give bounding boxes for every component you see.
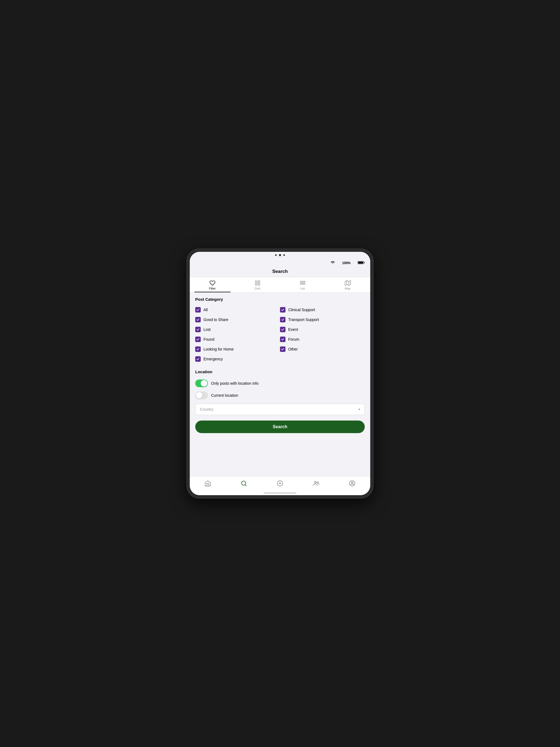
camera-center — [279, 254, 281, 256]
tab-list[interactable]: List — [280, 277, 325, 292]
post-category-title: Post Category — [195, 297, 365, 302]
checkbox-goodtoshare-box — [195, 317, 201, 323]
toggle-only-location-thumb — [201, 380, 207, 387]
svg-marker-6 — [345, 281, 350, 285]
checkbox-lookingforhome[interactable]: Looking for Home — [195, 344, 280, 354]
checkbox-all-box — [195, 307, 201, 312]
checkbox-other-box — [280, 346, 285, 352]
checkbox-other-label: Other — [288, 347, 298, 351]
svg-rect-3 — [258, 284, 259, 285]
nav-home[interactable] — [190, 479, 226, 488]
battery-percent: 100% — [337, 259, 356, 266]
toggle-current-location: Current location — [195, 389, 365, 402]
category-right-col: Clinical Support Transport Support Event — [280, 305, 365, 364]
toggle-only-with-location: Only posts with location info — [195, 377, 365, 389]
checkbox-transportsupport[interactable]: Transport Support — [280, 315, 365, 325]
tab-map[interactable]: Map — [325, 277, 370, 292]
status-bar: 100% — [190, 257, 370, 267]
nav-profile[interactable] — [334, 479, 370, 488]
tab-filter-label: Filter — [209, 287, 215, 290]
search-nav-icon — [240, 480, 248, 487]
tab-grid-label: Grid — [255, 287, 260, 290]
camera-dot-right — [283, 254, 285, 256]
checkbox-forum-label: Forum — [288, 337, 299, 341]
tab-filter[interactable]: Filter — [190, 277, 235, 292]
checkbox-emergency[interactable]: Emergency — [195, 354, 280, 364]
location-section: Location Only posts with location info C… — [195, 369, 365, 415]
checkbox-found-label: Found — [203, 337, 214, 341]
battery-icon — [358, 261, 365, 264]
checkbox-found[interactable]: Found — [195, 334, 280, 344]
toggle-current-location-switch[interactable] — [195, 391, 208, 399]
svg-point-15 — [317, 482, 318, 483]
checkbox-other[interactable]: Other — [280, 344, 365, 354]
camera-dot-left — [275, 254, 277, 256]
checkbox-goodtoshare-label: Good to Share — [203, 317, 228, 322]
checkbox-goodtoshare[interactable]: Good to Share — [195, 315, 280, 325]
device-screen: 100% Search Filter — [190, 252, 370, 495]
device-frame: 100% Search Filter — [187, 249, 373, 498]
checkbox-transportsupport-label: Transport Support — [288, 317, 319, 322]
checkbox-forum[interactable]: Forum — [280, 334, 365, 344]
wifi-icon — [331, 261, 335, 264]
toggle-only-location-label: Only posts with location info — [211, 381, 259, 386]
svg-point-17 — [351, 482, 353, 484]
svg-rect-4 — [300, 281, 305, 282]
tab-bar: Filter Grid List — [190, 277, 370, 292]
svg-rect-2 — [255, 284, 257, 285]
add-icon — [276, 480, 284, 487]
toggle-current-location-thumb — [196, 392, 202, 398]
main-content: Post Category All Good to Share — [190, 292, 370, 476]
nav-community[interactable] — [298, 479, 334, 488]
filter-icon — [209, 280, 215, 286]
checkbox-event[interactable]: Event — [280, 325, 365, 334]
checkbox-lost-box — [195, 327, 201, 332]
home-bar — [263, 492, 297, 493]
svg-rect-0 — [255, 281, 257, 282]
checkbox-clinicalsupport-label: Clinical Support — [288, 308, 315, 312]
bottom-nav — [190, 476, 370, 492]
checkbox-transportsupport-box — [280, 317, 285, 323]
country-dropdown[interactable]: Country ▾ — [195, 404, 365, 415]
home-icon — [204, 480, 211, 487]
country-dropdown-placeholder: Country — [200, 407, 213, 412]
map-icon — [345, 280, 351, 286]
search-button[interactable]: Search — [195, 420, 365, 433]
tab-list-label: List — [300, 287, 305, 290]
tab-grid[interactable]: Grid — [235, 277, 280, 292]
svg-point-14 — [314, 481, 316, 483]
checkbox-clinicalsupport-box — [280, 307, 285, 312]
nav-add[interactable] — [262, 479, 298, 488]
checkbox-all[interactable]: All — [195, 305, 280, 315]
checkbox-found-box — [195, 337, 201, 342]
page-header: Search — [190, 267, 370, 277]
checkbox-clinicalsupport[interactable]: Clinical Support — [280, 305, 365, 315]
toggle-only-location-switch[interactable] — [195, 380, 208, 387]
toggle-current-location-label: Current location — [211, 393, 238, 397]
checkbox-event-label: Event — [288, 327, 298, 332]
svg-rect-1 — [258, 281, 259, 282]
camera-bar — [190, 252, 370, 257]
chevron-down-icon: ▾ — [358, 407, 360, 411]
community-icon — [312, 480, 320, 487]
location-title: Location — [195, 369, 365, 374]
svg-line-10 — [245, 485, 247, 486]
checkbox-event-box — [280, 327, 285, 332]
nav-search[interactable] — [226, 479, 262, 488]
checkbox-lost[interactable]: Lost — [195, 325, 280, 334]
page-title: Search — [272, 269, 288, 274]
checkbox-lookingforhome-box — [195, 346, 201, 352]
checkbox-forum-box — [280, 337, 285, 342]
checkbox-emergency-label: Emergency — [203, 357, 223, 361]
profile-icon — [349, 480, 356, 487]
grid-icon — [255, 280, 261, 286]
category-left-col: All Good to Share Lost — [195, 305, 280, 364]
svg-rect-5 — [300, 283, 305, 284]
tab-map-label: Map — [345, 287, 351, 290]
home-indicator — [190, 492, 370, 495]
list-icon — [300, 280, 306, 286]
checkbox-emergency-box — [195, 356, 201, 362]
checkbox-lost-label: Lost — [203, 327, 210, 332]
category-checkboxes: All Good to Share Lost — [195, 305, 365, 364]
checkbox-lookingforhome-label: Looking for Home — [203, 347, 234, 351]
